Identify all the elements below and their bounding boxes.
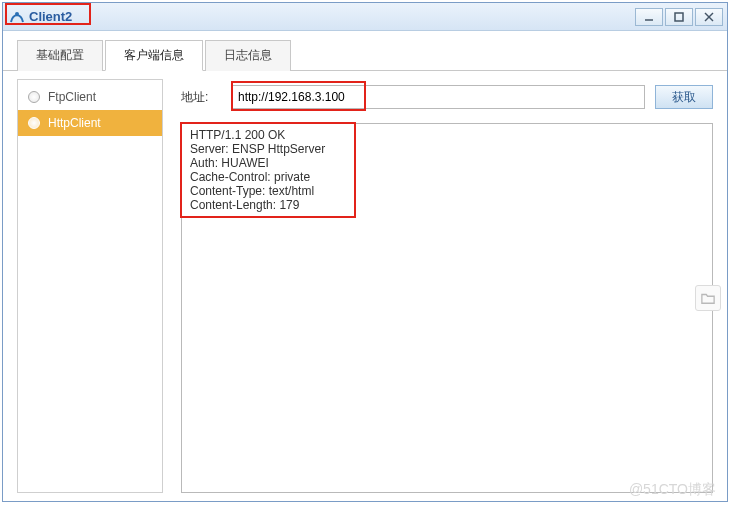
- title-bar: Client2: [3, 3, 727, 31]
- radio-icon: [28, 91, 40, 103]
- sidebar-item-ftpclient[interactable]: FtpClient: [18, 84, 162, 110]
- address-label: 地址:: [181, 89, 221, 106]
- address-input[interactable]: [231, 85, 645, 109]
- tab-bar: 基础配置 客户端信息 日志信息: [3, 31, 727, 71]
- tab-label: 日志信息: [224, 48, 272, 62]
- client-list: FtpClient HttpClient: [17, 79, 163, 493]
- sidebar-item-label: FtpClient: [48, 90, 96, 104]
- sidebar-item-label: HttpClient: [48, 116, 101, 130]
- tab-log-info[interactable]: 日志信息: [205, 40, 291, 71]
- main-panel: 地址: 获取 HTTP/1.1 200 OK Server: ENSP Http…: [163, 79, 713, 493]
- svg-rect-2: [675, 13, 683, 21]
- sidebar-item-httpclient[interactable]: HttpClient: [18, 110, 162, 136]
- window-title: Client2: [29, 9, 72, 24]
- response-textarea[interactable]: HTTP/1.1 200 OK Server: ENSP HttpServer …: [181, 123, 713, 493]
- maximize-button[interactable]: [665, 8, 693, 26]
- content-area: FtpClient HttpClient 地址: 获取 HTTP/1.1 200…: [3, 71, 727, 507]
- minimize-button[interactable]: [635, 8, 663, 26]
- tab-client-info[interactable]: 客户端信息: [105, 40, 203, 71]
- address-row: 地址: 获取: [181, 85, 713, 109]
- radio-icon: [28, 117, 40, 129]
- tab-basic-config[interactable]: 基础配置: [17, 40, 103, 71]
- app-window: Client2 基础配置 客户端信息 日志信息 FtpClient: [2, 2, 728, 502]
- folder-icon[interactable]: [695, 285, 721, 311]
- fetch-button[interactable]: 获取: [655, 85, 713, 109]
- tab-label: 基础配置: [36, 48, 84, 62]
- fetch-button-label: 获取: [672, 90, 696, 104]
- close-button[interactable]: [695, 8, 723, 26]
- app-icon: [9, 9, 25, 25]
- window-controls: [635, 8, 723, 26]
- svg-point-0: [15, 12, 19, 16]
- tab-label: 客户端信息: [124, 48, 184, 62]
